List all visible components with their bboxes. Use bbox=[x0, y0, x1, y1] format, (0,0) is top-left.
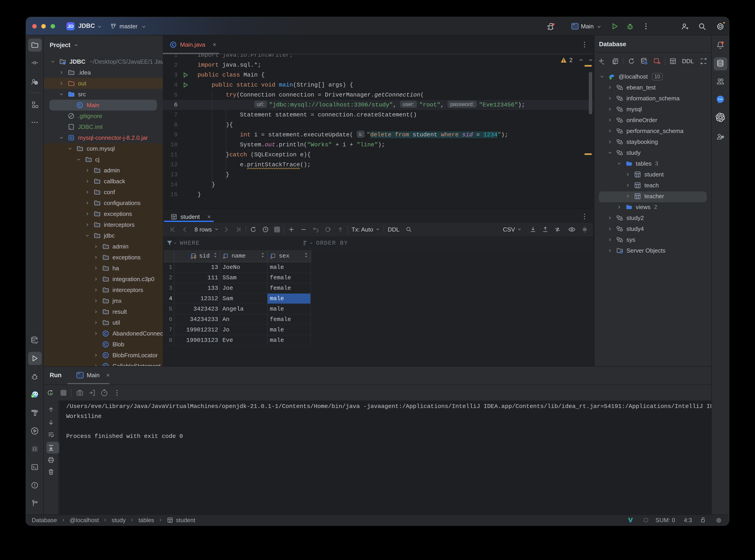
svg-text:C: C bbox=[104, 342, 107, 346]
svg-text:C: C bbox=[104, 331, 107, 336]
svg-text:C: C bbox=[104, 364, 107, 366]
svg-text:C: C bbox=[78, 103, 81, 107]
svg-text:C: C bbox=[104, 353, 107, 358]
svg-text:?: ? bbox=[35, 81, 37, 84]
svg-text:C: C bbox=[172, 42, 175, 47]
